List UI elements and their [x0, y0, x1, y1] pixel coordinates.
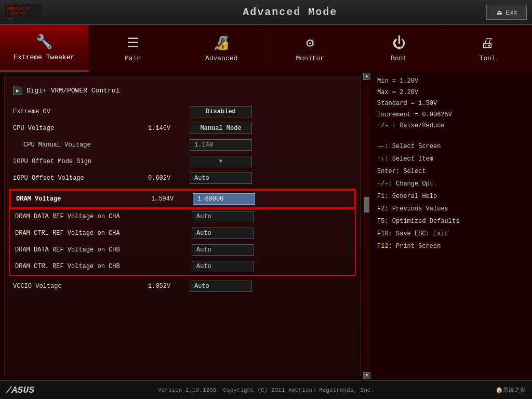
scroll-thumb — [364, 197, 369, 212]
footer: /ASUS Version 2.10.1208. Copyright (C) 2… — [0, 380, 532, 399]
exit-button[interactable]: ⏏ Exit — [486, 5, 527, 20]
dram-voltage-current: 1.594V — [151, 195, 193, 203]
vccio-voltage-current: 1.052V — [148, 283, 190, 290]
tab-extreme-tweaker-label: Extreme Tweaker — [14, 54, 74, 61]
dram-data-ref-cha-value[interactable]: Auto — [192, 211, 254, 222]
info-max: Max = 2.20V — [377, 87, 526, 99]
exit-icon: ⏏ — [496, 8, 502, 16]
tool-icon: 🖨 — [481, 35, 494, 51]
digi-vrm-button[interactable]: ▶ Digi+ VRM/POWER Control — [5, 82, 360, 99]
hotkey-enter: Enter: Select — [377, 165, 526, 178]
info-standard: Standard = 1.50V — [377, 98, 526, 110]
digi-vrm-label: Digi+ VRM/POWER Control — [26, 87, 119, 95]
voltage-info-block: Min = 1.20V Max = 2.20V Standard = 1.50V… — [377, 76, 526, 132]
tab-monitor[interactable]: ⚙️ Monitor — [266, 25, 355, 72]
dram-data-ref-chb-value[interactable]: Auto — [192, 244, 254, 256]
extreme-ov-name: Extreme OV — [13, 108, 148, 115]
igpu-offset-sign-name: iGPU Offset Mode Sign — [13, 158, 148, 165]
cpu-manual-voltage-name: CPU Manual Voltage — [13, 141, 148, 149]
boot-icon: ⏻ — [392, 35, 406, 51]
scroll-up-button[interactable]: ▲ — [363, 73, 370, 80]
igpu-offset-voltage-name: iGPU Offset Voltage — [13, 175, 148, 182]
hotkey-f12: F12: Print Screen — [377, 240, 526, 252]
cpu-voltage-value[interactable]: Manual Mode — [190, 123, 252, 134]
scroll-track[interactable] — [364, 81, 369, 371]
cpu-voltage-name: CPU Voltage — [13, 125, 148, 132]
tab-monitor-label: Monitor — [296, 55, 325, 62]
vccio-voltage-value[interactable]: Auto — [190, 281, 252, 292]
tab-boot-label: Boot — [391, 55, 407, 62]
extreme-ov-value[interactable]: Disabled — [190, 106, 252, 117]
setting-row-extreme-ov[interactable]: Extreme OV Disabled — [5, 103, 360, 120]
dram-voltage-value[interactable]: 1.60000 — [193, 193, 255, 205]
setting-row-dram-ctrl-ref-cha[interactable]: DRAM CTRL REF Voltage on CHA Auto — [10, 225, 355, 242]
header-title: Advanced Mode — [94, 6, 486, 18]
dram-ctrl-ref-chb-value[interactable]: Auto — [192, 261, 254, 272]
tab-main[interactable]: ☰ Main — [89, 25, 178, 72]
info-min: Min = 1.20V — [377, 76, 526, 87]
setting-row-dram-voltage[interactable]: DRAM Voltage 1.594V 1.60000 — [10, 190, 355, 208]
setting-row-dram-data-ref-chb[interactable]: DRAM DATA REF Voltage on CHB Auto — [10, 242, 355, 258]
tab-main-label: Main — [125, 55, 141, 62]
advanced-icon: 🔏 — [213, 35, 230, 51]
info-raise-reduce: +/- : Raise/Reduce — [377, 121, 526, 132]
hotkey-block: →←: Select Screen ↑↓: Select Item Enter:… — [377, 140, 526, 252]
tab-tool-label: Tool — [480, 55, 496, 62]
setting-row-cpu-voltage[interactable]: CPU Voltage 1.146V Manual Mode — [5, 120, 360, 137]
svg-text:REPUBLIC OF: REPUBLIC OF — [7, 6, 29, 10]
settings-table: Extreme OV Disabled CPU Voltage 1.146V M… — [5, 103, 360, 187]
tab-tool[interactable]: 🖨 Tool — [443, 25, 532, 72]
cpu-manual-voltage-value[interactable]: 1.140 — [190, 139, 252, 151]
hotkey-f10: F10: Save ESC: Exit — [377, 228, 526, 240]
hotkey-f5: F5: Optimized Defaults — [377, 215, 526, 228]
info-increment: Increment = 0.00625V — [377, 110, 526, 121]
footer-copyright: Version 2.10.1208. Copyright (C) 2011 Am… — [158, 387, 374, 393]
settings-after: VCCIO Voltage 1.052V Auto — [5, 278, 360, 295]
rog-logo-icon: REPUBLIC OF GAMERS — [5, 2, 42, 22]
header: REPUBLIC OF GAMERS Advanced Mode ⏏ Exit — [0, 0, 532, 25]
tab-extreme-tweaker[interactable]: 🔧 Extreme Tweaker — [0, 25, 89, 72]
extreme-tweaker-icon: 🔧 — [36, 34, 52, 50]
setting-row-vccio-voltage[interactable]: VCCIO Voltage 1.052V Auto — [5, 278, 360, 295]
tab-boot[interactable]: ⏻ Boot — [355, 25, 444, 72]
right-info-panel: Min = 1.20V Max = 2.20V Standard = 1.50V… — [371, 72, 532, 380]
hotkey-change-opt: +/-: Change Opt. — [377, 178, 526, 190]
scrollbar: ▲ ▼ — [363, 72, 371, 380]
scroll-down-button[interactable]: ▼ — [363, 372, 370, 379]
tab-advanced-label: Advanced — [205, 55, 237, 62]
setting-row-cpu-manual-voltage[interactable]: CPU Manual Voltage 1.140 — [5, 137, 360, 153]
hotkey-select-item: ↑↓: Select Item — [377, 153, 526, 165]
watermark-text: 🏠系统之家 — [496, 386, 526, 394]
dram-ctrl-ref-chb-name: DRAM CTRL REF Voltage on CHB — [15, 263, 150, 270]
main-content: ▶ Digi+ VRM/POWER Control Extreme OV Dis… — [0, 72, 532, 380]
setting-row-dram-ctrl-ref-chb[interactable]: DRAM CTRL REF Voltage on CHB Auto — [10, 258, 355, 275]
igpu-offset-voltage-current: 0.602V — [148, 175, 190, 182]
dram-data-ref-cha-name: DRAM DATA REF Voltage on CHA — [15, 213, 150, 220]
hotkey-f2: F2: Previous Values — [377, 203, 526, 215]
asus-logo: /ASUS — [6, 385, 34, 395]
nav-tabs: 🔧 Extreme Tweaker ☰ Main 🔏 Advanced ⚙️ M… — [0, 25, 532, 72]
svg-text:GAMERS: GAMERS — [11, 11, 25, 15]
digi-arrow-icon: ▶ — [13, 86, 22, 95]
monitor-icon: ⚙️ — [306, 35, 314, 51]
igpu-offset-voltage-value[interactable]: Auto — [190, 172, 252, 184]
setting-row-igpu-offset-sign[interactable]: iGPU Offset Mode Sign + — [5, 153, 360, 170]
igpu-offset-sign-value[interactable]: + — [190, 156, 252, 167]
dram-data-ref-chb-name: DRAM DATA REF Voltage on CHB — [15, 246, 150, 254]
setting-row-igpu-offset-voltage[interactable]: iGPU Offset Voltage 0.602V Auto — [5, 170, 360, 187]
hotkey-f1: F1: General Help — [377, 190, 526, 203]
vccio-voltage-name: VCCIO Voltage — [13, 283, 148, 290]
dram-voltage-name: DRAM Voltage — [16, 195, 151, 203]
main-icon: ☰ — [127, 35, 139, 51]
hotkey-select-screen: →←: Select Screen — [377, 140, 526, 153]
tab-advanced[interactable]: 🔏 Advanced — [177, 25, 266, 72]
dram-ctrl-ref-cha-name: DRAM CTRL REF Voltage on CHA — [15, 230, 150, 237]
dram-ctrl-ref-cha-value[interactable]: Auto — [192, 228, 254, 239]
logo-area: REPUBLIC OF GAMERS — [0, 2, 94, 22]
cpu-voltage-current: 1.146V — [148, 125, 190, 132]
settings-panel: ▶ Digi+ VRM/POWER Control Extreme OV Dis… — [4, 76, 361, 376]
exit-label: Exit — [506, 8, 517, 16]
hotkey-f12-text: F12: Print Screen — [377, 243, 441, 250]
dram-voltage-group: DRAM Voltage 1.594V 1.60000 DRAM DATA RE… — [9, 189, 356, 276]
setting-row-dram-data-ref-cha[interactable]: DRAM DATA REF Voltage on CHA Auto — [10, 208, 355, 225]
